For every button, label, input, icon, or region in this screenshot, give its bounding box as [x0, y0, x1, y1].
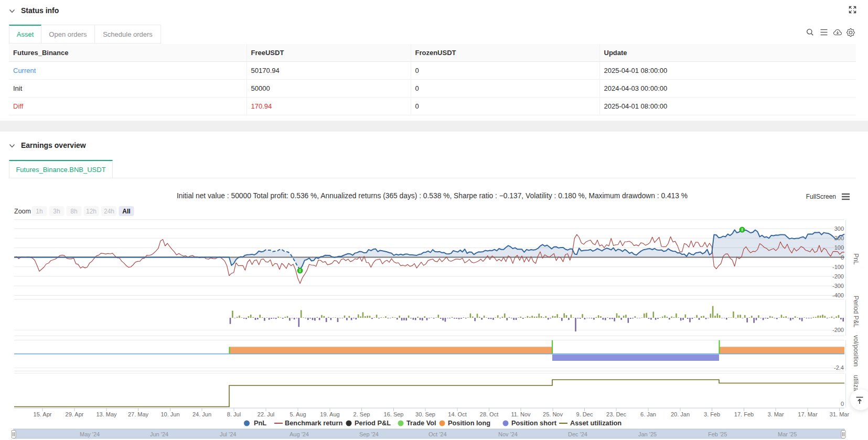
svg-text:-200: -200 [832, 327, 844, 333]
svg-text:31. Mar: 31. Mar [830, 411, 850, 417]
svg-text:2. Sep: 2. Sep [353, 411, 370, 417]
svg-text:100: 100 [834, 244, 844, 251]
svg-text:-100: -100 [832, 264, 844, 270]
svg-text:Asset utilization: Asset utilization [570, 419, 621, 427]
svg-text:12h: 12h [86, 208, 97, 215]
svg-text:28. Oct: 28. Oct [480, 411, 498, 417]
svg-text:-2.4: -2.4 [834, 364, 844, 371]
svg-text:300: 300 [834, 226, 844, 232]
svg-text:9. Dec: 9. Dec [576, 411, 593, 417]
svg-text:Position short: Position short [511, 419, 557, 427]
svg-text:May '24: May '24 [80, 431, 100, 437]
svg-text:6. Jan: 6. Jan [640, 411, 656, 417]
svg-text:3h: 3h [53, 208, 60, 215]
svg-text:25. Nov: 25. Nov [543, 411, 563, 417]
svg-text:Oct '24: Oct '24 [428, 431, 447, 437]
svg-text:17. Mar: 17. Mar [798, 411, 818, 417]
svg-text:Trade Vol: Trade Vol [406, 419, 436, 427]
svg-text:11. Nov: 11. Nov [511, 411, 531, 417]
svg-text:3. Mar: 3. Mar [767, 411, 784, 417]
svg-text:24h: 24h [104, 208, 114, 215]
svg-text:-200: -200 [832, 273, 844, 280]
svg-text:200: 200 [834, 235, 844, 241]
svg-text:Jun '24: Jun '24 [150, 431, 168, 437]
svg-text:Mar '25: Mar '25 [778, 431, 797, 437]
svg-text:Zoom: Zoom [14, 208, 31, 215]
svg-text:Period P&L: Period P&L [355, 419, 391, 427]
svg-text:17. Feb: 17. Feb [734, 411, 754, 417]
svg-text:27. May: 27. May [128, 411, 149, 417]
svg-text:0: 0 [841, 254, 844, 261]
svg-text:14. Oct: 14. Oct [448, 411, 466, 417]
svg-text:15. Apr: 15. Apr [34, 411, 52, 417]
svg-text:24. Jun: 24. Jun [192, 411, 211, 417]
svg-text:Jan '25: Jan '25 [638, 431, 657, 437]
svg-text:1h: 1h [36, 208, 42, 215]
svg-text:5. Aug: 5. Aug [290, 411, 306, 417]
svg-text:Dec '24: Dec '24 [568, 431, 587, 437]
svg-text:vol/position: vol/position [852, 335, 860, 367]
svg-text:Period P&L: Period P&L [852, 296, 860, 328]
svg-text:-300: -300 [832, 283, 844, 289]
svg-text:0: 0 [841, 401, 844, 407]
svg-text:PnL: PnL [254, 419, 266, 427]
svg-text:Nov '24: Nov '24 [498, 431, 518, 437]
svg-text:29. Apr: 29. Apr [66, 411, 84, 417]
svg-text:PnL: PnL [852, 253, 860, 265]
svg-text:3. Feb: 3. Feb [704, 411, 720, 417]
svg-text:13. May: 13. May [96, 411, 117, 417]
svg-text:8. Jul: 8. Jul [227, 411, 241, 417]
svg-text:-400: -400 [832, 292, 844, 298]
svg-text:22. Jul: 22. Jul [258, 411, 274, 417]
svg-text:FullScreen: FullScreen [806, 193, 836, 200]
svg-text:Aug '24: Aug '24 [290, 431, 309, 437]
svg-text:Sep '24: Sep '24 [359, 431, 379, 437]
svg-text:23. Dec: 23. Dec [606, 411, 626, 417]
svg-text:Initial net value : 50000 Tota: Initial net value : 50000 Total profit: … [177, 192, 688, 200]
svg-text:20. Jan: 20. Jan [671, 411, 690, 417]
svg-text:Position long: Position long [448, 419, 490, 427]
svg-text:Feb '25: Feb '25 [708, 431, 727, 437]
svg-text:Jul '24: Jul '24 [220, 431, 236, 437]
svg-text:19. Aug: 19. Aug [320, 411, 339, 417]
svg-text:Benchmark return: Benchmark return [285, 419, 342, 427]
svg-text:All: All [122, 208, 130, 215]
svg-text:16. Sep: 16. Sep [384, 411, 404, 417]
svg-text:30. Sep: 30. Sep [415, 411, 435, 417]
svg-text:8h: 8h [70, 208, 77, 215]
svg-text:10. Jun: 10. Jun [160, 411, 179, 417]
